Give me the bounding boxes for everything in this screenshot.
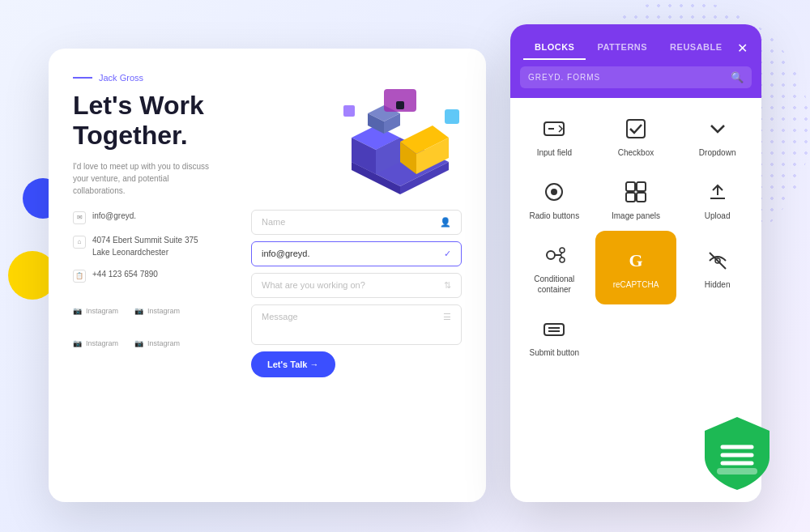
hidden-icon (703, 246, 732, 275)
submit-button-panel-label: Submit button (529, 347, 579, 358)
social-instagram-2[interactable]: 📷 Instagram (134, 307, 180, 315)
panel-search[interactable]: GREYD. FORMS 🔍 (520, 66, 752, 88)
social-label-2: Instagram (147, 307, 180, 315)
email-icon: ✉ (73, 211, 86, 224)
input-field-icon (539, 114, 569, 143)
image-panels-icon (621, 177, 650, 206)
close-button[interactable]: ✕ (734, 37, 751, 59)
name-placeholder: Name (262, 217, 285, 227)
svg-rect-18 (627, 120, 645, 138)
submit-button[interactable]: Let's Talk → (251, 351, 335, 377)
hidden-label: Hidden (705, 279, 731, 290)
panel-item-radio[interactable]: Radio buttons (514, 168, 595, 231)
submit-button-icon (539, 314, 569, 343)
upload-label: Upload (705, 211, 731, 221)
svg-point-27 (547, 251, 555, 259)
email-field-icon: ✓ (444, 249, 451, 259)
message-field-icon: ☰ (443, 312, 451, 322)
social-instagram-1[interactable]: 📷 Instagram (73, 307, 118, 315)
image-panels-label: Image panels (612, 211, 660, 221)
message-placeholder: Message (262, 312, 298, 321)
panel-item-conditional[interactable]: Conditionalcontainer (514, 231, 595, 304)
search-label: GREYD. FORMS (528, 73, 600, 82)
recaptcha-icon: G (621, 246, 650, 275)
svg-line-32 (561, 253, 562, 255)
svg-line-31 (561, 255, 562, 257)
input-field-label: Input field (537, 147, 572, 158)
panel-item-checkbox[interactable]: Checkbox (595, 104, 677, 168)
panel-item-recaptcha[interactable]: G reCAPTCHA (595, 231, 677, 304)
message-field[interactable]: Message ☰ (251, 304, 462, 345)
contact-address: ⌂ 4074 Ebert Summit Suite 375Lake Leonar… (73, 234, 235, 258)
conditional-icon (539, 240, 569, 270)
email-text: info@greyd. (92, 210, 136, 222)
recaptcha-label: reCAPTCHA (613, 279, 659, 290)
tab-blocks[interactable]: BLOCKS (523, 36, 586, 60)
panel-item-submit[interactable]: Submit button (514, 304, 595, 368)
svg-point-29 (560, 257, 565, 262)
svg-rect-14 (445, 109, 459, 124)
phone-icon: 📋 (73, 270, 86, 283)
radio-label: Radio buttons (529, 211, 579, 221)
svg-point-30 (560, 248, 565, 253)
search-icon: 🔍 (731, 71, 744, 83)
address-text: 4074 Ebert Summit Suite 375Lake Leonardc… (92, 234, 198, 258)
svg-rect-24 (637, 193, 646, 202)
project-placeholder: What are you working on? (262, 280, 365, 290)
green-shield-badge (697, 413, 778, 494)
3d-blocks-illustration (319, 65, 473, 186)
email-field[interactable]: info@greyd. ✓ (251, 241, 462, 266)
svg-line-33 (710, 253, 726, 269)
lc-line-decoration (73, 77, 92, 79)
lc-content: ✉ info@greyd. ⌂ 4074 Ebert Summit Suite … (73, 210, 462, 377)
panel-header: BLOCKS PATTERNS REUSABLE ✕ GREYD. FORMS … (510, 24, 761, 98)
tab-reusable[interactable]: REUSABLE (659, 36, 734, 60)
contact-form: Name 👤 info@greyd. ✓ What are you workin… (251, 210, 462, 377)
address-icon: ⌂ (73, 236, 86, 249)
svg-rect-13 (396, 101, 404, 109)
panel-tabs: BLOCKS PATTERNS REUSABLE ✕ (510, 24, 761, 60)
social-label-3: Instagram (86, 339, 118, 347)
panel-item-hidden[interactable]: Hidden (676, 231, 758, 304)
social-label-1: Instagram (86, 307, 118, 315)
instagram-icon-2: 📷 (134, 307, 143, 315)
main-container: Jack Gross Let's Work Together. I'd love… (49, 24, 761, 510)
left-card: Jack Gross Let's Work Together. I'd love… (49, 49, 486, 502)
panel-item-upload[interactable]: Upload (676, 168, 758, 231)
email-value: info@greyd. (262, 249, 309, 258)
social-instagram-4[interactable]: 📷 Instagram (134, 339, 180, 347)
panel-item-input-field[interactable]: Input field (514, 104, 595, 168)
checkbox-label: Checkbox (618, 147, 654, 158)
phone-text: +44 123 654 7890 (92, 268, 158, 280)
panel-item-dropdown[interactable]: Dropdown (676, 104, 758, 168)
dropdown-icon (703, 114, 732, 143)
conditional-label: Conditionalcontainer (534, 274, 574, 295)
panel-item-image-panels[interactable]: Image panels (595, 168, 677, 231)
page-subtitle: I'd love to meet up with you to discuss … (73, 160, 219, 197)
author-name: Jack Gross (99, 73, 143, 83)
svg-point-20 (551, 189, 557, 195)
tab-patterns[interactable]: PATTERNS (586, 36, 659, 60)
instagram-icon-4: 📷 (134, 339, 143, 347)
svg-rect-21 (626, 182, 635, 191)
svg-rect-22 (637, 182, 646, 191)
panel-grid: Input field Checkbox Dropdown (510, 98, 761, 374)
contact-phone: 📋 +44 123 654 7890 (73, 268, 235, 283)
submit-button-label: Let's Talk → (267, 360, 319, 369)
svg-rect-35 (544, 324, 564, 335)
dropdown-label: Dropdown (699, 147, 736, 158)
svg-rect-23 (626, 193, 635, 202)
checkbox-icon (621, 114, 650, 143)
social-links-2: 📷 Instagram 📷 Instagram (73, 339, 235, 347)
project-field[interactable]: What are you working on? ⇅ (251, 273, 462, 298)
social-instagram-3[interactable]: 📷 Instagram (73, 339, 118, 347)
upload-icon (703, 177, 732, 206)
radio-icon (539, 177, 569, 206)
project-field-icon: ⇅ (444, 280, 451, 291)
instagram-icon-3: 📷 (73, 339, 82, 347)
name-field[interactable]: Name 👤 (251, 210, 462, 235)
contact-info: ✉ info@greyd. ⌂ 4074 Ebert Summit Suite … (73, 210, 235, 377)
social-label-4: Instagram (147, 339, 180, 347)
social-links: 📷 Instagram 📷 Instagram (73, 307, 235, 315)
svg-rect-15 (343, 105, 355, 117)
